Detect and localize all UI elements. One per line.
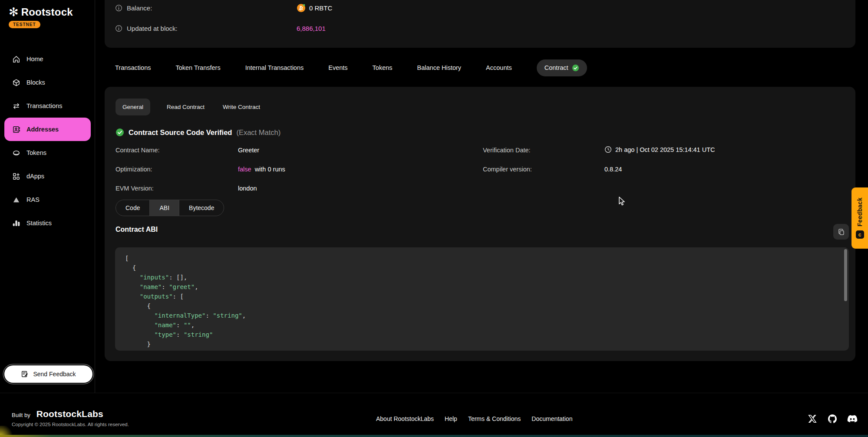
tab-token-transfers[interactable]: Token Transfers [175, 64, 220, 71]
x-twitter-icon[interactable] [807, 413, 818, 424]
subtab-general[interactable]: General [116, 99, 150, 115]
brand-logo[interactable]: ✻ Rootstock TESTNET [9, 6, 73, 28]
tab-internal-transactions[interactable]: Internal Transactions [245, 64, 304, 71]
info-icon[interactable] [115, 25, 122, 32]
discord-icon[interactable] [847, 413, 858, 424]
info-icon[interactable] [115, 4, 122, 12]
contract-abi-code[interactable]: [ { "inputs": [], "name": "greet", "outp… [115, 247, 849, 351]
built-by-text: Built by [12, 412, 30, 418]
balance-label: Balance: [127, 4, 152, 12]
code-view-switch: Code ABI Bytecode [116, 200, 224, 216]
subtab-write-contract[interactable]: Write Contract [221, 99, 262, 115]
sidebar-nav: Home Blocks Transactions Addresses Token… [4, 47, 91, 235]
verified-note: (Exact Match) [236, 128, 281, 137]
updated-at-block-value[interactable]: 6,886,101 [297, 25, 326, 32]
copyright-text: Copyright © 2025 RootstockLabs. All righ… [12, 422, 129, 427]
compiler-version-label: Compiler version: [483, 166, 532, 173]
apps-grid-icon [12, 172, 20, 181]
sidebar-item-transactions[interactable]: Transactions [4, 94, 91, 118]
contract-panel: General Read Contract Write Contract Con… [105, 87, 855, 361]
sidebar-item-tokens[interactable]: Tokens [4, 141, 91, 164]
sidebar-item-home[interactable]: Home [4, 47, 91, 71]
triangle-icon [12, 196, 20, 204]
feedback-logo-icon: c [856, 230, 864, 239]
tab-transactions[interactable]: Transactions [115, 64, 151, 71]
address-tabs: Transactions Token Transfers Internal Tr… [115, 56, 587, 79]
verification-date-label: Verification Date: [483, 147, 531, 154]
tab-contract[interactable]: Contract [537, 59, 587, 76]
abi-tab[interactable]: ABI [150, 200, 179, 216]
evm-version-label: EVM Version: [116, 185, 154, 192]
optimization-value: false with 0 runs [238, 166, 285, 173]
verified-banner: Contract Source Code Verified (Exact Mat… [116, 128, 281, 137]
cube-icon [12, 79, 20, 87]
code-scrollbar-thumb[interactable] [844, 249, 847, 301]
home-icon [12, 55, 20, 63]
balance-value: 0 RBTC [309, 4, 332, 12]
footer-links: About RootstockLabs Help Terms & Conditi… [376, 415, 572, 422]
clock-icon [604, 146, 612, 153]
swap-arrows-icon [12, 102, 20, 110]
copy-icon [838, 228, 845, 236]
feedback-note-icon [21, 370, 29, 378]
sidebar-item-blocks[interactable]: Blocks [4, 71, 91, 94]
optimization-label: Optimization: [116, 166, 152, 173]
send-feedback-button[interactable]: Send Feedback [4, 365, 92, 383]
rbtc-icon: ₿ [297, 3, 306, 13]
verified-check-icon [572, 64, 579, 72]
contract-name-label: Contract Name: [116, 147, 160, 154]
verification-date-value: 2h ago | Oct 02 2025 15:14:41 UTC [604, 146, 715, 153]
code-tab[interactable]: Code [116, 200, 150, 216]
footer: Built by RootstockLabs Copyright © 2025 … [0, 393, 868, 435]
footer-link-terms[interactable]: Terms & Conditions [468, 415, 521, 422]
address-summary-card: Balance: ₿ 0 RBTC Updated at block: 6,88… [105, 0, 855, 48]
sidebar-item-statistics[interactable]: Statistics [4, 211, 91, 235]
sidebar-item-ras[interactable]: RAS [4, 188, 91, 211]
compiler-version-value: 0.8.24 [604, 166, 622, 173]
tab-balance-history[interactable]: Balance History [417, 64, 462, 71]
sidebar-item-addresses[interactable]: Addresses [4, 118, 91, 141]
address-book-icon [12, 125, 20, 134]
contract-abi-heading: Contract ABI [116, 226, 158, 233]
testnet-badge: TESTNET [9, 21, 40, 28]
tab-tokens[interactable]: Tokens [373, 64, 393, 71]
contract-name-value: Greeter [238, 147, 259, 154]
bottom-accent-bar [0, 435, 868, 437]
copy-abi-button[interactable] [833, 224, 849, 240]
github-icon[interactable] [827, 413, 838, 424]
sidebar: ✻ Rootstock TESTNET Home Blocks Transact… [0, 0, 95, 393]
updated-at-block-label: Updated at block: [127, 25, 178, 32]
subtab-read-contract[interactable]: Read Contract [165, 99, 206, 115]
footer-link-docs[interactable]: Documentation [531, 415, 572, 422]
brand-name: Rootstock [21, 6, 73, 18]
social-icons [807, 413, 858, 424]
footer-link-about[interactable]: About RootstockLabs [376, 415, 434, 422]
verified-title: Contract Source Code Verified [129, 128, 232, 137]
footer-link-help[interactable]: Help [445, 415, 457, 422]
bytecode-tab[interactable]: Bytecode [179, 200, 224, 216]
rootstocklabs-wordmark[interactable]: RootstockLabs [36, 409, 103, 419]
tab-events[interactable]: Events [328, 64, 347, 71]
evm-version-value: london [238, 185, 257, 192]
feedback-label: Feedback [856, 197, 863, 227]
feedback-side-tab[interactable]: Feedback c [851, 187, 868, 249]
tab-accounts[interactable]: Accounts [486, 64, 512, 71]
verified-check-icon [116, 128, 124, 137]
bar-chart-icon [12, 219, 20, 227]
rootstock-logo-icon: ✻ [9, 7, 19, 18]
sidebar-item-dapps[interactable]: dApps [4, 164, 91, 188]
contract-subtabs: General Read Contract Write Contract [116, 99, 262, 115]
coin-icon [12, 149, 20, 157]
